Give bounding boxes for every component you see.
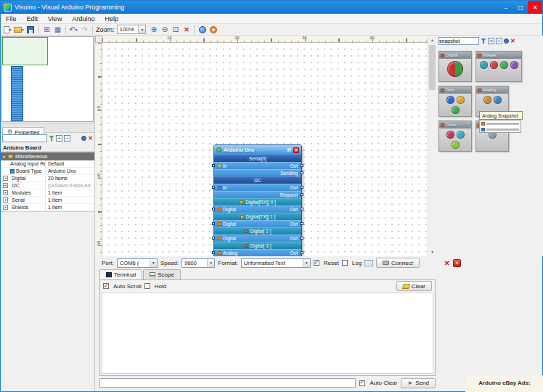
- menu-item-view[interactable]: View: [43, 14, 67, 23]
- expand-icon[interactable]: +: [3, 176, 8, 181]
- tree-root-miscellaneous[interactable]: ▼ Miscellaneous: [1, 152, 94, 160]
- canvas-vertical-scrollbar[interactable]: ▲ ▼: [428, 36, 436, 256]
- send-input[interactable]: [99, 378, 356, 388]
- menu-item-arduino[interactable]: Arduino: [67, 14, 99, 23]
- send-button[interactable]: ► Send: [401, 378, 436, 388]
- pin-connector[interactable]: [301, 186, 303, 189]
- close-button[interactable]: ✕: [528, 1, 542, 14]
- component-icon[interactable]: [500, 61, 508, 69]
- delete-button[interactable]: ✕: [181, 25, 191, 34]
- component-icon[interactable]: [452, 141, 460, 149]
- component-icon[interactable]: [452, 106, 460, 114]
- pin-connector[interactable]: [301, 251, 303, 254]
- property-value[interactable]: 20 Items: [46, 175, 94, 181]
- design-overview-thumbnail[interactable]: [1, 36, 94, 122]
- property-value[interactable]: 1 Item: [46, 189, 94, 196]
- search-result-item[interactable]: [481, 122, 519, 126]
- undo-button[interactable]: ↶▼: [69, 25, 78, 34]
- new-project-button[interactable]: ▼: [3, 25, 12, 34]
- property-row[interactable]: +I2C[0xSlave=False,Ad: [1, 182, 94, 189]
- speed-select[interactable]: 9600 ▼: [181, 258, 215, 268]
- chevron-down-icon[interactable]: ▼: [138, 25, 145, 33]
- format-select[interactable]: Unformatted Text ▼: [241, 258, 311, 268]
- pin-connector[interactable]: [301, 222, 303, 225]
- scroll-up-icon[interactable]: ▲: [428, 36, 436, 44]
- menu-item-edit[interactable]: Edit: [22, 14, 44, 23]
- property-value[interactable]: 1 Item: [46, 197, 94, 203]
- clear-button[interactable]: Clear: [396, 281, 432, 291]
- component-header[interactable]: Arduino Uno ⚒ ✕: [214, 145, 301, 155]
- zoom-select[interactable]: 100% ▼: [117, 25, 146, 34]
- arrange-icon[interactable]: ≡: [488, 38, 494, 44]
- property-row[interactable]: +Shields1 Item: [1, 204, 94, 211]
- component-icon[interactable]: [480, 61, 488, 69]
- pin-connector[interactable]: [212, 251, 215, 254]
- pin-icon[interactable]: [504, 38, 509, 44]
- hold-label[interactable]: Hold: [155, 283, 166, 290]
- property-row[interactable]: +Modules1 Item: [1, 189, 94, 197]
- disconnect-icon[interactable]: ✕: [444, 259, 450, 267]
- property-row[interactable]: +Serial1 Item: [1, 197, 94, 204]
- component-icon[interactable]: [457, 131, 465, 139]
- zoom-fit-button[interactable]: ⊡: [171, 25, 180, 34]
- tab-scope[interactable]: Scope: [143, 269, 181, 279]
- hold-checkbox[interactable]: [144, 283, 150, 289]
- redo-button[interactable]: ↷: [80, 25, 89, 34]
- scrollbar-thumb[interactable]: [429, 45, 436, 90]
- expand-icon[interactable]: +: [3, 190, 8, 195]
- filter-icon[interactable]: [481, 38, 486, 44]
- log-options-icon[interactable]: [364, 260, 373, 266]
- pin-connector[interactable]: [212, 237, 215, 240]
- palette-category-text[interactable]: Text: [438, 86, 472, 117]
- chevron-down-icon[interactable]: ▼: [150, 259, 157, 267]
- expand-icon[interactable]: +: [3, 205, 8, 210]
- clear-search-icon[interactable]: ✕: [510, 38, 515, 44]
- component-icon[interactable]: [494, 96, 502, 104]
- component-icon[interactable]: [446, 96, 454, 104]
- pin-connector[interactable]: [212, 222, 215, 225]
- collapse-arrow-icon[interactable]: ▼: [2, 155, 6, 159]
- expand-icon[interactable]: +: [3, 197, 8, 203]
- property-value[interactable]: Default: [46, 160, 94, 167]
- grid-view-button[interactable]: ⊞: [42, 25, 52, 34]
- help-icon[interactable]: [208, 25, 218, 34]
- menu-item-file[interactable]: File: [1, 14, 22, 23]
- expand-all-icon[interactable]: +: [56, 135, 62, 142]
- properties-filter-input[interactable]: [2, 134, 47, 142]
- property-value[interactable]: 1 Item: [46, 204, 94, 211]
- auto-scroll-label[interactable]: Auto Scroll: [113, 283, 142, 290]
- add-category-icon[interactable]: +: [496, 38, 502, 44]
- log-label[interactable]: Log: [352, 260, 362, 266]
- pin-connector[interactable]: [301, 164, 303, 167]
- pin-connector[interactable]: [301, 171, 303, 174]
- web-globe-icon[interactable]: [197, 25, 207, 34]
- table-view-button[interactable]: ▦: [53, 25, 62, 34]
- property-value[interactable]: [0xSlave=False,Ad: [46, 182, 94, 189]
- zoom-out-button[interactable]: ⊖: [160, 25, 169, 34]
- pin-connector[interactable]: [301, 193, 303, 196]
- viewport-indicator[interactable]: [2, 37, 48, 65]
- pin-connector[interactable]: [301, 237, 303, 240]
- component-icon[interactable]: [510, 61, 518, 69]
- menu-item-help[interactable]: Help: [99, 14, 123, 23]
- property-row[interactable]: +Digital20 Items: [1, 175, 94, 182]
- auto-clear-label[interactable]: Auto Clear: [370, 380, 398, 386]
- pin-icon[interactable]: [81, 136, 86, 141]
- stop-icon[interactable]: ●: [453, 259, 461, 267]
- expand-icon[interactable]: +: [3, 183, 8, 188]
- property-row[interactable]: Analog Input Refe.Default: [1, 160, 94, 168]
- auto-scroll-checkbox[interactable]: [103, 283, 109, 289]
- log-checkbox[interactable]: [342, 260, 348, 266]
- chevron-down-icon[interactable]: ▼: [207, 259, 214, 267]
- pin-connector[interactable]: [212, 164, 215, 167]
- component-icon[interactable]: [490, 61, 498, 69]
- palette-search-input[interactable]: [438, 37, 479, 45]
- reset-checkbox[interactable]: [314, 260, 319, 266]
- port-select[interactable]: COM6 ( ▼: [117, 258, 158, 268]
- component-icon[interactable]: [483, 96, 491, 104]
- pin-connector[interactable]: [212, 208, 215, 211]
- arduino-component[interactable]: Arduino Uno ⚒ ✕ Serial[0]InOutSendingI2C…: [213, 144, 302, 256]
- property-value[interactable]: Arduino Uno: [46, 168, 94, 174]
- component-close-icon[interactable]: ✕: [293, 147, 299, 153]
- palette-category-digital[interactable]: Digital: [438, 51, 472, 82]
